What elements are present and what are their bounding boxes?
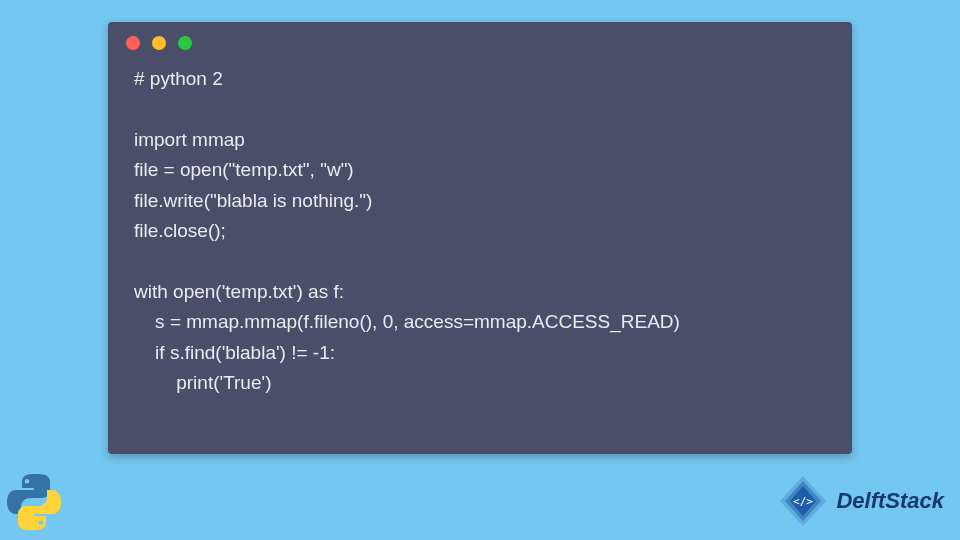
brand: </> DelftStack — [776, 474, 944, 528]
delftstack-logo-icon: </> — [776, 474, 830, 528]
brand-name: DelftStack — [836, 488, 944, 514]
close-icon — [126, 36, 140, 50]
window-controls — [108, 22, 852, 56]
maximize-icon — [178, 36, 192, 50]
svg-text:</>: </> — [793, 495, 813, 508]
minimize-icon — [152, 36, 166, 50]
code-block: # python 2 import mmap file = open("temp… — [108, 56, 852, 418]
python-logo-icon — [2, 470, 66, 534]
code-window: # python 2 import mmap file = open("temp… — [108, 22, 852, 454]
